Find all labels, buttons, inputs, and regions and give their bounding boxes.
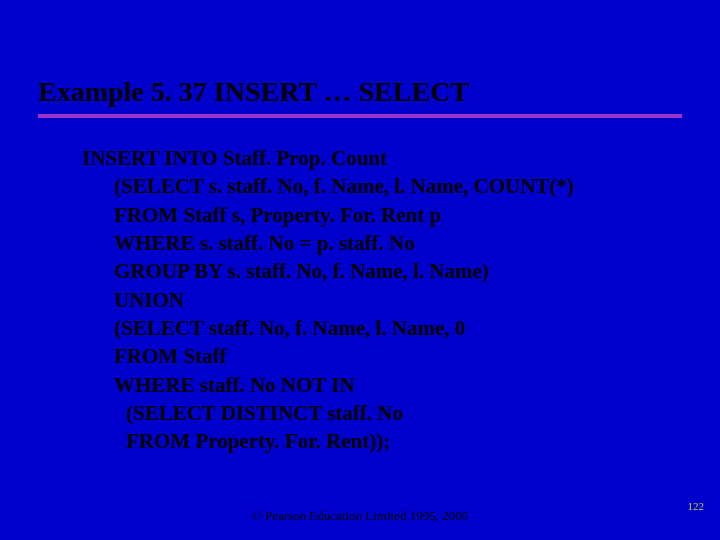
code-line: INSERT INTO Staff. Prop. Count [82,144,574,172]
slide-title: Example 5. 37 INSERT … SELECT [38,76,469,108]
code-line: GROUP BY s. staff. No, f. Name, l. Name) [82,257,574,285]
code-line: UNION [82,286,574,314]
code-line: FROM Staff [82,342,574,370]
code-line: (SELECT DISTINCT staff. No [82,399,574,427]
code-line: WHERE s. staff. No = p. staff. No [82,229,574,257]
code-line: (SELECT s. staff. No, f. Name, l. Name, … [82,172,574,200]
code-line: (SELECT staff. No, f. Name, l. Name, 0 [82,314,574,342]
page-number: 122 [688,500,705,512]
slide: Example 5. 37 INSERT … SELECT INSERT INT… [0,0,720,540]
footer-copyright: © Pearson Education Limited 1995, 2005 [0,508,720,524]
title-underline [38,114,682,118]
code-line: FROM Property. For. Rent)); [82,427,574,455]
code-line: WHERE staff. No NOT IN [82,371,574,399]
code-line: FROM Staff s, Property. For. Rent p [82,201,574,229]
slide-body: INSERT INTO Staff. Prop. Count (SELECT s… [82,144,574,456]
